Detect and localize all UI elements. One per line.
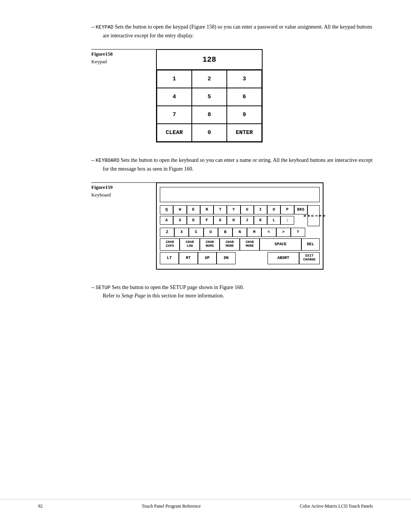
key-arrow-up[interactable]: UP bbox=[198, 252, 217, 264]
key-e[interactable]: E bbox=[187, 205, 200, 214]
key-colon[interactable]: : bbox=[280, 216, 294, 225]
keypad-grid: 1 2 3 4 5 6 7 8 9 CLEAR 0 ENTER bbox=[157, 70, 262, 142]
key-q[interactable]: Q bbox=[160, 205, 173, 214]
figure159-section: Figure159 Keyboard Q W E bbox=[91, 182, 373, 269]
keypad-intro-block: — KEYPAD Sets the button to open the key… bbox=[91, 23, 373, 40]
figure159-label: Figure159 bbox=[91, 182, 156, 190]
keyboard-main-rows: Q W E R T Y U I O P BKS bbox=[160, 205, 307, 226]
footer-center: Touch Panel Program Reference bbox=[142, 503, 201, 509]
keyboard-row3: Z X C U B N M < > ? bbox=[160, 228, 320, 237]
keypad-intro-text: — KEYPAD Sets the button to open the key… bbox=[91, 23, 373, 40]
keyboard-row2: A S D F G H J K L : bbox=[160, 216, 307, 225]
key-o[interactable]: O bbox=[267, 205, 280, 214]
key-9[interactable]: 9 bbox=[227, 106, 262, 124]
key-z[interactable]: Z bbox=[160, 228, 174, 237]
figure159-caption: Keyboard bbox=[91, 192, 156, 198]
key-6[interactable]: 6 bbox=[227, 88, 262, 106]
key-arrow-dn[interactable]: DN bbox=[217, 252, 236, 264]
setup-text2-line: Refer to Setup Page in this section for … bbox=[91, 292, 373, 300]
footer-page-number: 92 bbox=[38, 503, 43, 509]
key-del[interactable]: DEL bbox=[301, 238, 320, 251]
keyboard-description: Sets the button to open the keyboard so … bbox=[103, 157, 373, 172]
keyboard-row1: Q W E R T Y U I O P BKS bbox=[160, 205, 307, 214]
key-char-more1[interactable]: CHAR MORE bbox=[220, 238, 239, 251]
key-d[interactable]: D bbox=[187, 216, 200, 225]
key-return[interactable]: RETURN bbox=[307, 205, 320, 226]
keyboard-message-box bbox=[160, 187, 320, 202]
keyboard-dash: — bbox=[91, 158, 94, 163]
key-lt[interactable]: < bbox=[261, 228, 276, 237]
setup-keyword: SETUP bbox=[96, 285, 110, 291]
content-area: — KEYPAD Sets the button to open the key… bbox=[91, 23, 373, 484]
key-7[interactable]: 7 bbox=[157, 106, 192, 124]
key-arrow-rt[interactable]: RT bbox=[179, 252, 198, 264]
key-abort[interactable]: ABORT bbox=[268, 252, 299, 264]
key-c[interactable]: C bbox=[189, 228, 203, 237]
keyboard-intro-text: — KEYBOARD Sets the button to open the k… bbox=[91, 156, 373, 173]
page-footer: 92 Touch Panel Program Reference Color A… bbox=[0, 499, 411, 509]
key-enter[interactable]: ENTER bbox=[227, 124, 262, 142]
key-f[interactable]: F bbox=[200, 216, 213, 225]
key-g[interactable]: G bbox=[213, 216, 227, 225]
key-v[interactable]: U bbox=[204, 228, 218, 237]
setup-intro-text: — SETUP Sets the button to open the SETU… bbox=[91, 283, 373, 292]
setup-dash: — bbox=[91, 285, 94, 291]
figure158-section: Figure158 Keypad 128 1 2 3 4 5 6 7 8 9 bbox=[91, 49, 373, 142]
keyboard-keyword: KEYBOARD bbox=[96, 158, 119, 163]
figure159-label-col: Figure159 Keyboard bbox=[91, 182, 156, 198]
setup-text2: Refer to bbox=[103, 293, 121, 299]
key-s[interactable]: S bbox=[173, 216, 186, 225]
key-char-low[interactable]: CHAR LOW bbox=[180, 238, 199, 251]
keyboard-spacer bbox=[236, 252, 268, 264]
key-char-more2[interactable]: CHAR MORE bbox=[240, 238, 260, 251]
key-4[interactable]: 4 bbox=[157, 88, 192, 106]
figure158-content: 128 1 2 3 4 5 6 7 8 9 CLEAR 0 ENTER bbox=[156, 49, 373, 142]
key-0[interactable]: 0 bbox=[192, 124, 227, 142]
figure158-label-col: Figure158 Keypad bbox=[91, 49, 156, 65]
key-u[interactable]: U bbox=[241, 205, 254, 214]
key-a[interactable]: A bbox=[160, 216, 173, 225]
key-r[interactable]: R bbox=[200, 205, 213, 214]
keypad-description: Sets the button to open the keypad (Figu… bbox=[103, 24, 372, 38]
key-t[interactable]: T bbox=[213, 205, 227, 214]
key-p[interactable]: P bbox=[280, 205, 294, 214]
key-clear[interactable]: CLEAR bbox=[157, 124, 192, 142]
setup-italic: Setup Page bbox=[121, 293, 145, 299]
keypad-keyword: KEYPAD bbox=[96, 24, 113, 30]
key-y[interactable]: Y bbox=[227, 205, 240, 214]
key-char-caps[interactable]: CHAR CAPS bbox=[160, 238, 180, 251]
key-char-nums[interactable]: CHAR NUMS bbox=[200, 238, 220, 251]
key-b[interactable]: B bbox=[218, 228, 233, 237]
key-i[interactable]: I bbox=[254, 205, 267, 214]
key-exit-change[interactable]: EXIT CHANGE bbox=[299, 252, 320, 264]
key-h[interactable]: H bbox=[227, 216, 240, 225]
setup-text1: Sets the button to open the SETUP page s… bbox=[112, 284, 244, 290]
key-j[interactable]: J bbox=[241, 216, 254, 225]
figure158-caption: Keypad bbox=[91, 59, 156, 65]
key-w[interactable]: W bbox=[173, 205, 186, 214]
key-x[interactable]: X bbox=[174, 228, 189, 237]
key-2[interactable]: 2 bbox=[192, 70, 227, 88]
key-1[interactable]: 1 bbox=[157, 70, 192, 88]
key-3[interactable]: 3 bbox=[227, 70, 262, 88]
key-m[interactable]: M bbox=[247, 228, 261, 237]
key-l[interactable]: L bbox=[267, 216, 280, 225]
setup-text3: in this section for more information. bbox=[145, 293, 224, 299]
key-gt[interactable]: > bbox=[276, 228, 291, 237]
key-5[interactable]: 5 bbox=[192, 88, 227, 106]
key-8[interactable]: 8 bbox=[192, 106, 227, 124]
keyboard-row1-wrapper: Q W E R T Y U I O P BKS bbox=[160, 205, 320, 226]
keypad-display: 128 bbox=[157, 50, 262, 70]
page: — KEYPAD Sets the button to open the key… bbox=[0, 0, 411, 532]
key-bks[interactable]: BKS bbox=[294, 205, 307, 214]
key-arrow-lt[interactable]: LT bbox=[160, 252, 179, 264]
keyboard-intro-block: — KEYBOARD Sets the button to open the k… bbox=[91, 156, 373, 173]
figure159-content: Q W E R T Y U I O P BKS bbox=[156, 182, 373, 269]
key-question[interactable]: ? bbox=[291, 228, 305, 237]
footer-right: Color Active-Matrix LCD Touch Panels bbox=[300, 503, 373, 509]
key-n[interactable]: N bbox=[233, 228, 247, 237]
key-space[interactable]: SPACE bbox=[260, 238, 301, 251]
keyboard-row4: CHAR CAPS CHAR LOW CHAR NUMS CHAR MORE C… bbox=[160, 238, 320, 251]
keypad-diagram: 128 1 2 3 4 5 6 7 8 9 CLEAR 0 ENTER bbox=[156, 49, 263, 142]
key-k[interactable]: K bbox=[254, 216, 267, 225]
